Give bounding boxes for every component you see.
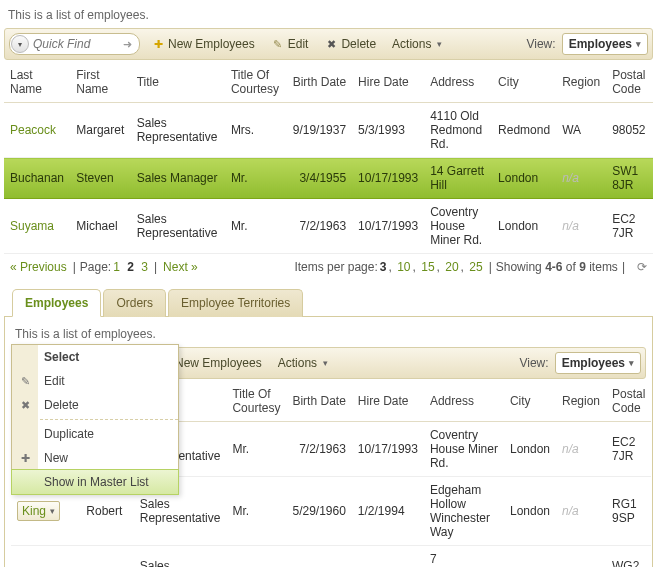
cell-bdate: 7/2/1963 (287, 199, 352, 254)
chevron-down-icon: ▾ (629, 358, 634, 368)
cm-select[interactable]: Select (12, 345, 178, 369)
page-link[interactable]: 3 (141, 260, 148, 274)
page-link[interactable]: 1 (113, 260, 120, 274)
cell-title: Sales Manager (131, 158, 225, 199)
table-row[interactable]: DodsworthAnneSales RepresentativeMs.1/27… (11, 546, 651, 568)
next-page[interactable]: Next » (163, 260, 198, 274)
cell-bdate: 7/2/1963 (286, 422, 351, 477)
ipp-label: Items per page: (294, 260, 377, 274)
detail-panel: This is a list of employees. ▾ ➜ ✚ New E… (4, 317, 653, 567)
quickfind-go-icon[interactable]: ➜ (119, 36, 135, 52)
cell-addr: Coventry House Miner Rd. (424, 199, 492, 254)
items-label: items (589, 260, 618, 274)
detail-view-label: View: (519, 356, 548, 370)
dcol-addr[interactable]: Address (424, 381, 504, 422)
col-title[interactable]: Title (131, 62, 225, 103)
prev-page[interactable]: « Previous (10, 260, 67, 274)
table-row[interactable]: SuyamaMichaelSales RepresentativeMr.7/2/… (4, 199, 653, 254)
dcol-city[interactable]: City (504, 381, 556, 422)
tab-employees[interactable]: Employees (12, 289, 101, 317)
cm-edit[interactable]: ✎ Edit (12, 369, 178, 393)
cell-bdate: 9/19/1937 (287, 103, 352, 158)
showing-range: 4-6 (545, 260, 562, 274)
cell-region: n/a (556, 546, 606, 568)
total-count: 9 (579, 260, 586, 274)
detail-new-label: New Employees (175, 356, 262, 370)
cell-postal: EC2 7JR (606, 199, 653, 254)
delete-button[interactable]: ✖ Delete (319, 34, 381, 54)
cm-new[interactable]: ✚ New (12, 446, 178, 470)
cell-region: n/a (556, 158, 606, 199)
refresh-icon[interactable]: ⟳ (635, 260, 649, 274)
table-row[interactable]: PeacockMargaretSales RepresentativeMrs.9… (4, 103, 653, 158)
page-current: 2 (127, 260, 134, 274)
view-select[interactable]: Employees ▾ (562, 33, 648, 55)
cm-duplicate[interactable]: Duplicate (12, 422, 178, 446)
col-postal[interactable]: Postal Code (606, 62, 653, 103)
view-value: Employees (569, 37, 632, 51)
lastname-link[interactable]: Peacock (10, 123, 56, 137)
dcol-courtesy[interactable]: Title Of Courtesy (226, 381, 286, 422)
delete-label: Delete (341, 37, 376, 51)
ipp-link[interactable]: 10 (397, 260, 410, 274)
page-label: Page: (80, 260, 111, 274)
detail-view-select[interactable]: Employees ▾ (555, 352, 641, 374)
cell-addr: 4110 Old Redmond Rd. (424, 103, 492, 158)
tab-territories[interactable]: Employee Territories (168, 289, 303, 317)
quickfind-input[interactable] (29, 35, 119, 53)
cell-postal: SW1 8JR (606, 158, 653, 199)
lastname-link[interactable]: King (22, 504, 46, 518)
ipp-link[interactable]: 20 (445, 260, 458, 274)
edit-label: Edit (288, 37, 309, 51)
cell-first: Steven (70, 158, 130, 199)
cell-region: n/a (556, 477, 606, 546)
detail-view-value: Employees (562, 356, 625, 370)
detail-actions-dropdown[interactable]: Actions (273, 353, 333, 373)
lastname-link[interactable]: Suyama (10, 219, 54, 233)
edit-icon: ✎ (17, 373, 33, 389)
cell-region: n/a (556, 199, 606, 254)
cm-delete[interactable]: ✖ Delete (12, 393, 178, 417)
actions-dropdown[interactable]: Actions (387, 34, 447, 54)
showing-label: Showing (496, 260, 542, 274)
top-grid: Last Name First Name Title Title Of Cour… (4, 62, 653, 254)
cm-show-master[interactable]: Show in Master List (11, 469, 179, 495)
cell-courtesy: Mr. (225, 158, 287, 199)
lastname-link[interactable]: Buchanan (10, 171, 64, 185)
col-bdate[interactable]: Birth Date (287, 62, 352, 103)
dcol-hdate[interactable]: Hire Date (352, 381, 424, 422)
col-first[interactable]: First Name (70, 62, 130, 103)
cell-bdate: 3/4/1955 (287, 158, 352, 199)
cell-title: Sales Representative (131, 199, 225, 254)
new-employees-button[interactable]: ✚ New Employees (146, 34, 260, 54)
cm-new-label: New (44, 451, 68, 465)
cell-city: London (504, 546, 556, 568)
cell-courtesy: Mr. (225, 199, 287, 254)
ipp-link[interactable]: 25 (469, 260, 482, 274)
col-addr[interactable]: Address (424, 62, 492, 103)
cell-hdate: 10/17/1993 (352, 422, 424, 477)
col-last[interactable]: Last Name (4, 62, 70, 103)
col-region[interactable]: Region (556, 62, 606, 103)
quickfind-dropdown[interactable]: ▾ (11, 35, 29, 53)
table-row[interactable]: BuchananStevenSales ManagerMr.3/4/195510… (4, 158, 653, 199)
col-courtesy[interactable]: Title Of Courtesy (225, 62, 287, 103)
dcol-bdate[interactable]: Birth Date (286, 381, 351, 422)
col-hdate[interactable]: Hire Date (352, 62, 424, 103)
dcol-postal[interactable]: Postal Code (606, 381, 651, 422)
col-city[interactable]: City (492, 62, 556, 103)
ipp-current: 3 (380, 260, 387, 274)
ipp-link[interactable]: 15 (421, 260, 434, 274)
tab-orders[interactable]: Orders (103, 289, 166, 317)
cm-show-master-label: Show in Master List (44, 475, 149, 489)
cell-title: Sales Representative (131, 103, 225, 158)
lastname-dropdown[interactable]: King▾ (17, 501, 60, 521)
cell-postal: 98052 (606, 103, 653, 158)
cell-addr: Coventry House Miner Rd. (424, 422, 504, 477)
cell-courtesy: Mr. (226, 422, 286, 477)
edit-button[interactable]: ✎ Edit (266, 34, 314, 54)
delete-icon: ✖ (324, 37, 338, 51)
cell-title: Sales Representative (134, 546, 227, 568)
dcol-region[interactable]: Region (556, 381, 606, 422)
top-description: This is a list of employees. (8, 8, 653, 22)
